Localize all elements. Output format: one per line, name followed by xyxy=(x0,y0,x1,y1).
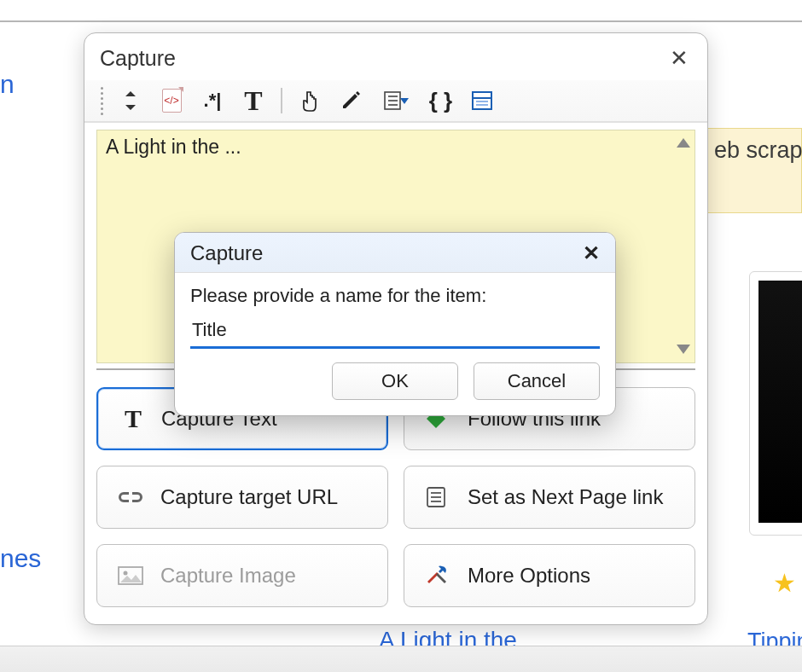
dialog-titlebar: Capture ✕ xyxy=(175,233,615,273)
star-icon: ★ xyxy=(773,568,796,598)
scroll-down-icon[interactable] xyxy=(677,345,690,354)
code-icon[interactable]: </> xyxy=(154,85,189,116)
tools-icon xyxy=(425,564,454,588)
toolbar: </> .*| T { } xyxy=(84,80,707,123)
list-dropdown-icon[interactable] xyxy=(375,85,417,116)
capture-url-button[interactable]: Capture target URL xyxy=(96,466,388,529)
bg-text-fragment: n xyxy=(0,70,15,99)
button-label: Set as Next Page link xyxy=(468,485,663,509)
drag-grip-icon[interactable] xyxy=(96,87,107,115)
cancel-button[interactable]: Cancel xyxy=(474,362,600,400)
panel-title: Capture xyxy=(100,46,176,71)
close-icon[interactable]: ✕ xyxy=(583,241,600,265)
preview-text: A Light in the ... xyxy=(106,136,241,158)
svg-point-9 xyxy=(124,571,128,576)
sandbox-banner: eb scrapin xyxy=(706,128,802,213)
chevron-down-icon xyxy=(400,98,409,104)
bg-text-fragment: nes xyxy=(0,544,41,573)
book-thumbnail: S W T TH xyxy=(758,281,802,523)
image-icon xyxy=(118,566,147,585)
name-dialog: Capture ✕ Please provide a name for the … xyxy=(174,232,616,416)
button-label: Capture Image xyxy=(160,564,296,588)
text-icon: T xyxy=(119,404,148,433)
braces-icon[interactable]: { } xyxy=(424,85,458,116)
more-options-button[interactable]: More Options xyxy=(404,544,695,607)
link-icon xyxy=(118,490,147,504)
next-page-button[interactable]: Set as Next Page link xyxy=(404,466,695,529)
page-list-icon xyxy=(425,485,454,509)
item-name-input[interactable] xyxy=(190,316,600,349)
close-icon[interactable]: ✕ xyxy=(666,42,692,75)
button-label: Capture target URL xyxy=(160,485,338,509)
panel-titlebar: Capture ✕ xyxy=(84,33,707,80)
button-label: More Options xyxy=(468,564,590,588)
expand-vertical-icon[interactable] xyxy=(113,85,148,116)
scroll-up-icon[interactable] xyxy=(677,138,690,148)
text-icon[interactable]: T xyxy=(236,85,270,116)
separator xyxy=(281,88,282,113)
properties-pane-icon[interactable] xyxy=(465,85,499,116)
banner-text: eb scrapin xyxy=(714,137,802,163)
capture-image-button: Capture Image xyxy=(96,544,388,607)
ok-button[interactable]: OK xyxy=(332,362,458,400)
dialog-title: Capture xyxy=(190,241,263,265)
book-card[interactable]: S W T TH xyxy=(749,271,802,536)
dialog-label: Please provide a name for the item: xyxy=(190,285,600,307)
bottom-shade xyxy=(0,646,802,672)
divider-line xyxy=(0,20,802,22)
regex-icon[interactable]: .*| xyxy=(195,85,230,116)
pencil-icon[interactable] xyxy=(334,85,368,116)
pointer-icon[interactable] xyxy=(293,85,327,116)
